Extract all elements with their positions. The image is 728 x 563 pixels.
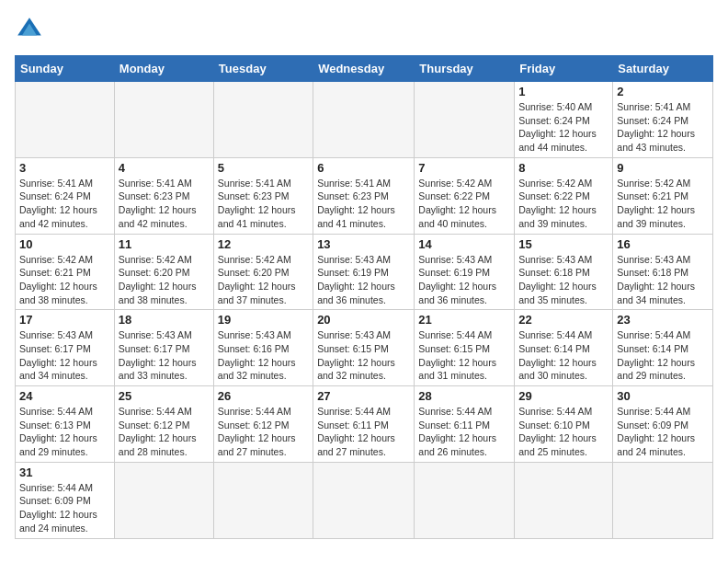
day-info: Sunrise: 5:44 AM Sunset: 6:10 PM Dayligh… [518, 405, 609, 459]
calendar: SundayMondayTuesdayWednesdayThursdayFrid… [15, 55, 713, 539]
day-info: Sunrise: 5:43 AM Sunset: 6:18 PM Dayligh… [617, 253, 709, 307]
calendar-cell: 6Sunrise: 5:41 AM Sunset: 6:23 PM Daylig… [313, 157, 415, 234]
day-number: 23 [617, 313, 709, 327]
day-number: 14 [418, 237, 510, 251]
day-info: Sunrise: 5:42 AM Sunset: 6:22 PM Dayligh… [418, 177, 510, 231]
calendar-cell: 14Sunrise: 5:43 AM Sunset: 6:19 PM Dayli… [415, 234, 515, 310]
day-info: Sunrise: 5:44 AM Sunset: 6:11 PM Dayligh… [418, 405, 510, 459]
day-number: 18 [119, 313, 210, 327]
day-number: 13 [317, 237, 410, 251]
day-info: Sunrise: 5:43 AM Sunset: 6:17 PM Dayligh… [19, 328, 110, 383]
calendar-cell [16, 82, 115, 158]
calendar-week-2: 10Sunrise: 5:42 AM Sunset: 6:21 PM Dayli… [16, 234, 713, 310]
calendar-week-5: 31Sunrise: 5:44 AM Sunset: 6:09 PM Dayli… [16, 462, 713, 538]
day-number: 19 [218, 313, 309, 327]
day-number: 20 [317, 313, 410, 327]
day-number: 30 [617, 389, 709, 403]
calendar-cell: 28Sunrise: 5:44 AM Sunset: 6:11 PM Dayli… [415, 386, 515, 463]
day-number: 26 [218, 389, 309, 403]
day-info: Sunrise: 5:44 AM Sunset: 6:14 PM Dayligh… [518, 328, 609, 383]
calendar-week-1: 3Sunrise: 5:41 AM Sunset: 6:24 PM Daylig… [16, 157, 713, 234]
col-header-friday: Friday [515, 56, 613, 82]
col-header-wednesday: Wednesday [313, 56, 415, 82]
day-info: Sunrise: 5:44 AM Sunset: 6:14 PM Dayligh… [617, 328, 709, 383]
calendar-cell [313, 82, 415, 158]
calendar-cell: 9Sunrise: 5:42 AM Sunset: 6:21 PM Daylig… [613, 157, 713, 234]
calendar-cell: 15Sunrise: 5:43 AM Sunset: 6:18 PM Dayli… [515, 234, 613, 310]
logo-icon [15, 15, 44, 44]
day-info: Sunrise: 5:43 AM Sunset: 6:15 PM Dayligh… [317, 328, 410, 383]
day-info: Sunrise: 5:42 AM Sunset: 6:21 PM Dayligh… [19, 253, 110, 307]
day-number: 31 [19, 465, 110, 479]
calendar-cell: 2Sunrise: 5:41 AM Sunset: 6:24 PM Daylig… [613, 82, 713, 158]
col-header-saturday: Saturday [613, 56, 713, 82]
day-info: Sunrise: 5:44 AM Sunset: 6:11 PM Dayligh… [317, 405, 410, 459]
calendar-cell: 11Sunrise: 5:42 AM Sunset: 6:20 PM Dayli… [114, 234, 213, 310]
calendar-cell: 30Sunrise: 5:44 AM Sunset: 6:09 PM Dayli… [613, 386, 713, 463]
day-number: 11 [119, 237, 210, 251]
calendar-cell: 12Sunrise: 5:42 AM Sunset: 6:20 PM Dayli… [213, 234, 313, 310]
day-number: 10 [19, 237, 110, 251]
day-info: Sunrise: 5:44 AM Sunset: 6:09 PM Dayligh… [19, 481, 110, 535]
calendar-cell [313, 462, 415, 538]
calendar-cell: 8Sunrise: 5:42 AM Sunset: 6:22 PM Daylig… [515, 157, 613, 234]
calendar-cell [515, 462, 613, 538]
logo [15, 15, 48, 44]
calendar-cell: 10Sunrise: 5:42 AM Sunset: 6:21 PM Dayli… [16, 234, 115, 310]
page-header [15, 15, 713, 44]
day-info: Sunrise: 5:41 AM Sunset: 6:24 PM Dayligh… [19, 177, 110, 231]
day-info: Sunrise: 5:42 AM Sunset: 6:20 PM Dayligh… [218, 253, 309, 307]
day-info: Sunrise: 5:44 AM Sunset: 6:12 PM Dayligh… [218, 405, 309, 459]
calendar-week-4: 24Sunrise: 5:44 AM Sunset: 6:13 PM Dayli… [16, 386, 713, 463]
calendar-cell [415, 82, 515, 158]
calendar-cell: 31Sunrise: 5:44 AM Sunset: 6:09 PM Dayli… [16, 462, 115, 538]
calendar-cell: 25Sunrise: 5:44 AM Sunset: 6:12 PM Dayli… [114, 386, 213, 463]
day-info: Sunrise: 5:44 AM Sunset: 6:13 PM Dayligh… [19, 405, 110, 459]
day-number: 1 [518, 85, 609, 98]
day-number: 17 [19, 313, 110, 327]
calendar-cell: 1Sunrise: 5:40 AM Sunset: 6:24 PM Daylig… [515, 82, 613, 158]
col-header-sunday: Sunday [16, 56, 115, 82]
day-info: Sunrise: 5:41 AM Sunset: 6:24 PM Dayligh… [617, 100, 709, 155]
day-info: Sunrise: 5:43 AM Sunset: 6:18 PM Dayligh… [518, 253, 609, 307]
calendar-cell: 5Sunrise: 5:41 AM Sunset: 6:23 PM Daylig… [213, 157, 313, 234]
day-info: Sunrise: 5:44 AM Sunset: 6:15 PM Dayligh… [418, 328, 510, 383]
day-info: Sunrise: 5:40 AM Sunset: 6:24 PM Dayligh… [518, 100, 609, 155]
day-number: 25 [119, 389, 210, 403]
calendar-cell [114, 82, 213, 158]
day-number: 28 [418, 389, 510, 403]
calendar-cell: 19Sunrise: 5:43 AM Sunset: 6:16 PM Dayli… [213, 310, 313, 386]
calendar-cell [415, 462, 515, 538]
calendar-cell: 16Sunrise: 5:43 AM Sunset: 6:18 PM Dayli… [613, 234, 713, 310]
day-number: 7 [418, 161, 510, 175]
calendar-cell: 27Sunrise: 5:44 AM Sunset: 6:11 PM Dayli… [313, 386, 415, 463]
calendar-cell: 20Sunrise: 5:43 AM Sunset: 6:15 PM Dayli… [313, 310, 415, 386]
day-info: Sunrise: 5:41 AM Sunset: 6:23 PM Dayligh… [317, 177, 410, 231]
day-info: Sunrise: 5:43 AM Sunset: 6:16 PM Dayligh… [218, 328, 309, 383]
col-header-monday: Monday [114, 56, 213, 82]
day-number: 8 [518, 161, 609, 175]
day-number: 24 [19, 389, 110, 403]
calendar-cell [114, 462, 213, 538]
day-number: 9 [617, 161, 709, 175]
calendar-header-row: SundayMondayTuesdayWednesdayThursdayFrid… [16, 56, 713, 82]
day-number: 6 [317, 161, 410, 175]
day-info: Sunrise: 5:41 AM Sunset: 6:23 PM Dayligh… [218, 177, 309, 231]
calendar-cell [213, 82, 313, 158]
col-header-tuesday: Tuesday [213, 56, 313, 82]
calendar-cell: 26Sunrise: 5:44 AM Sunset: 6:12 PM Dayli… [213, 386, 313, 463]
calendar-cell [213, 462, 313, 538]
day-number: 15 [518, 237, 609, 251]
day-number: 12 [218, 237, 309, 251]
calendar-cell: 13Sunrise: 5:43 AM Sunset: 6:19 PM Dayli… [313, 234, 415, 310]
calendar-cell: 3Sunrise: 5:41 AM Sunset: 6:24 PM Daylig… [16, 157, 115, 234]
day-info: Sunrise: 5:44 AM Sunset: 6:12 PM Dayligh… [119, 405, 210, 459]
calendar-cell: 23Sunrise: 5:44 AM Sunset: 6:14 PM Dayli… [613, 310, 713, 386]
day-number: 27 [317, 389, 410, 403]
calendar-cell: 17Sunrise: 5:43 AM Sunset: 6:17 PM Dayli… [16, 310, 115, 386]
day-info: Sunrise: 5:42 AM Sunset: 6:21 PM Dayligh… [617, 177, 709, 231]
day-info: Sunrise: 5:43 AM Sunset: 6:19 PM Dayligh… [317, 253, 410, 307]
calendar-cell: 29Sunrise: 5:44 AM Sunset: 6:10 PM Dayli… [515, 386, 613, 463]
day-number: 2 [617, 85, 709, 98]
calendar-week-3: 17Sunrise: 5:43 AM Sunset: 6:17 PM Dayli… [16, 310, 713, 386]
